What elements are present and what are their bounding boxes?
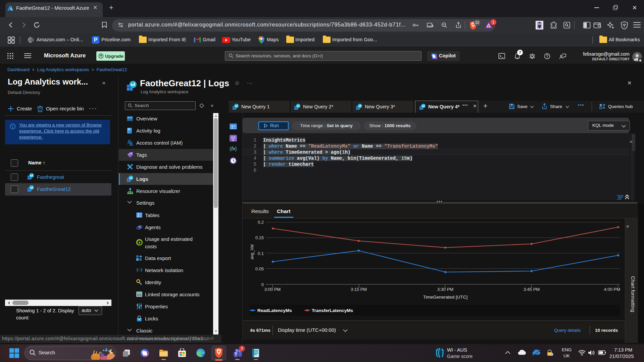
svg-text:0.2: 0.2 xyxy=(258,220,264,225)
svg-text:TimeGenerated [UTC]: TimeGenerated [UTC] xyxy=(423,295,467,300)
svg-text:3:45 PM: 3:45 PM xyxy=(524,287,540,292)
svg-text:3:30 PM: 3:30 PM xyxy=(437,287,453,292)
svg-text:TransferLatencyMs: TransferLatencyMs xyxy=(312,308,353,313)
svg-text:4:00 PM: 4:00 PM xyxy=(604,287,620,292)
svg-text:ReadLatencyMs: ReadLatencyMs xyxy=(257,308,292,313)
svg-text:3:00 PM: 3:00 PM xyxy=(264,287,281,292)
svg-text:avg_Val: avg_Val xyxy=(250,245,254,259)
svg-text:0.15: 0.15 xyxy=(255,235,264,240)
svg-text:0.05: 0.05 xyxy=(255,266,264,271)
svg-text:3:15 PM: 3:15 PM xyxy=(351,287,367,292)
svg-text:0: 0 xyxy=(261,282,264,287)
svg-text:0.1: 0.1 xyxy=(258,251,264,256)
